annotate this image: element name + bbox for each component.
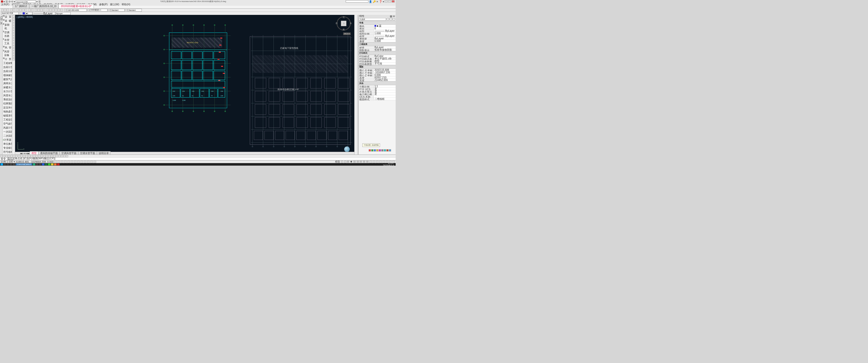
tree-item[interactable]: 铺弧形管: [2, 114, 12, 118]
mline-icon[interactable]: [12, 51, 14, 53]
tree-item[interactable]: 符号校对: [2, 150, 12, 154]
chrome-icon[interactable]: [36, 163, 38, 165]
taskview-icon[interactable]: [9, 163, 12, 165]
float-icon-9[interactable]: [389, 149, 391, 152]
props-row[interactable]: 注释比例1:1: [359, 85, 396, 88]
arc-icon[interactable]: [12, 23, 14, 25]
new-icon[interactable]: [1, 9, 3, 11]
tree-item[interactable]: 采暖水力: [2, 86, 12, 90]
polar-toggle[interactable]: [64, 161, 67, 163]
word-icon[interactable]: [42, 163, 44, 165]
cortana-icon[interactable]: [6, 163, 9, 165]
tree-item[interactable]: 风盘计算: [2, 126, 12, 130]
status-r3[interactable]: [376, 161, 378, 163]
tree-item[interactable]: 定压补水: [2, 106, 12, 110]
tree-item[interactable]: 工程材料: [2, 61, 12, 65]
osnap-toggle[interactable]: [67, 161, 70, 163]
undo-icon[interactable]: [28, 9, 31, 11]
dcenter-icon[interactable]: [49, 9, 52, 11]
props-value[interactable]: 投射和接收阴影: [374, 48, 396, 51]
layout-nav-first[interactable]: ⏮ ◀ ▶ ⏭: [20, 152, 30, 155]
dimstyle-combo[interactable]: DIMN暖通1-1: [90, 9, 107, 11]
lineweight-combo[interactable]: ByLayer: [56, 12, 71, 15]
color-combo[interactable]: ■0: [25, 12, 32, 15]
doc-tab-2[interactable]: 20191010(暖通+给排水)-D*: [59, 4, 94, 8]
tree-item[interactable]: 工程设置: [2, 118, 12, 122]
zoom-win-icon[interactable]: [40, 9, 43, 11]
ducs-toggle[interactable]: [74, 161, 76, 163]
props-value[interactable]: 214452.655: [374, 79, 396, 81]
match-icon[interactable]: [25, 9, 27, 11]
tree-item[interactable]: 房间水力: [2, 81, 12, 86]
props-row[interactable]: 视觉样式二维线框: [359, 98, 396, 100]
props-group-header[interactable]: 打印样式: [359, 51, 396, 55]
tree-item[interactable]: 单位换算: [2, 142, 12, 146]
zoom-prev-icon[interactable]: [43, 9, 45, 11]
table-icon[interactable]: [12, 36, 14, 38]
chrome2-icon[interactable]: [51, 163, 54, 165]
viewport-label[interactable]: [-][俯视][二维线框]: [17, 15, 33, 19]
tree-item[interactable]: 结果预览: [2, 102, 12, 106]
selection-combo[interactable]: 无选择: [359, 18, 386, 21]
left-dock-strip[interactable]: T20天...: [0, 15, 2, 155]
line-icon[interactable]: [12, 15, 14, 18]
sc-toggle[interactable]: [90, 161, 93, 163]
float-icon-3[interactable]: [374, 149, 376, 152]
markup-icon[interactable]: [58, 9, 60, 11]
spline-icon[interactable]: [12, 43, 14, 45]
hatch-icon[interactable]: [12, 31, 14, 33]
field-icon[interactable]: [63, 155, 66, 157]
linetype-combo[interactable]: ByLayer: [33, 12, 55, 15]
copy-icon[interactable]: [19, 9, 22, 11]
tree-item[interactable]: 建筑气片: [2, 77, 12, 81]
tree-item[interactable]: 水力计算: [2, 90, 12, 94]
layer-mgr-icon[interactable]: [64, 9, 66, 11]
props-value[interactable]: 0.000: [374, 40, 396, 42]
tree-item[interactable]: 一次回风: [2, 130, 12, 134]
props-group-header[interactable]: 其他: [359, 81, 396, 85]
status-r4[interactable]: [379, 161, 382, 163]
excel-icon[interactable]: [45, 163, 48, 165]
pan-icon[interactable]: [35, 9, 37, 11]
snap-toggle[interactable]: [54, 161, 57, 163]
float-icon-8[interactable]: [386, 149, 389, 152]
region-icon[interactable]: [12, 41, 14, 43]
props-row[interactable]: 阴影显示投射和接收阴影: [359, 48, 396, 51]
attr-icon[interactable]: [66, 155, 68, 157]
am-toggle[interactable]: [94, 161, 96, 163]
layer-prev-icon[interactable]: [87, 9, 90, 11]
ray-icon[interactable]: [12, 48, 14, 51]
tree-item[interactable]: 墙体赋值: [2, 73, 12, 77]
props-value[interactable]: ■ 蓝: [374, 25, 396, 27]
tree-item[interactable]: 专业标注: [2, 146, 12, 150]
float-icon-4[interactable]: [376, 149, 378, 152]
props-group-header[interactable]: 视图: [359, 65, 396, 69]
folder-icon[interactable]: [39, 163, 41, 165]
maximize-button[interactable]: [388, 0, 391, 2]
props-value[interactable]: 是: [374, 90, 396, 93]
text-icon[interactable]: [12, 33, 14, 35]
autocad-icon[interactable]: [57, 163, 60, 165]
calc-icon[interactable]: [60, 9, 63, 11]
layer-combo[interactable]: XAD-850-ADB: [67, 9, 87, 11]
user-icon[interactable]: 👤 🔑 ✕ ❓ ▾: [369, 0, 384, 3]
sheet-icon[interactable]: [55, 9, 57, 11]
workspace-combo2[interactable]: AutoCAD 经典: [1, 12, 19, 15]
selectobj-icon[interactable]: [390, 18, 392, 21]
circle-icon[interactable]: [12, 21, 14, 23]
ellipse-icon[interactable]: [12, 28, 14, 30]
search-icon[interactable]: [3, 163, 6, 165]
menu-help[interactable]: 帮助(H): [122, 3, 130, 6]
help-search-input[interactable]: [346, 0, 368, 2]
plot-icon[interactable]: [10, 9, 12, 11]
grid-toggle[interactable]: [58, 161, 60, 163]
xline-icon[interactable]: [12, 45, 14, 48]
props-row[interactable]: 在原点显示 UCS 图标是: [359, 90, 396, 93]
props-row[interactable]: 厚度0.000: [359, 40, 396, 42]
tree-item[interactable]: 地热盘管: [2, 110, 12, 114]
tree-item[interactable]: 负荷分配: [2, 69, 12, 73]
start-button[interactable]: [0, 163, 3, 165]
props-value[interactable]: 二维线框: [374, 98, 396, 100]
qp-toggle[interactable]: [87, 161, 90, 163]
props-row[interactable]: 宽度214452.655: [359, 79, 396, 81]
